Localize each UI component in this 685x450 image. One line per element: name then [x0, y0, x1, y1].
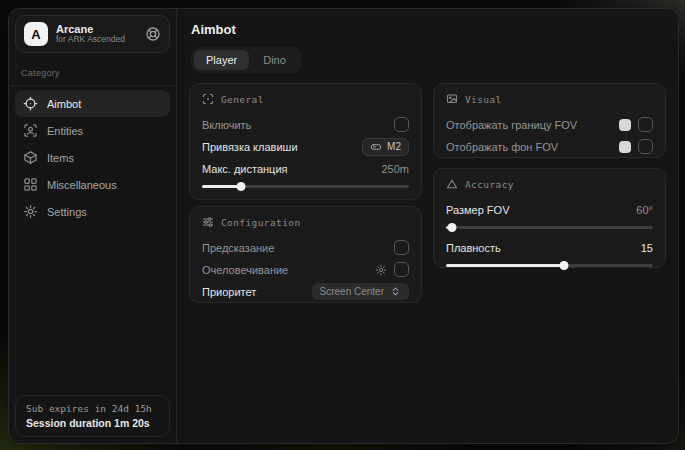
sidebar-item-label: Settings — [47, 206, 87, 218]
smoothness-slider[interactable] — [446, 260, 653, 270]
slider-fill — [202, 185, 241, 188]
enable-checkbox[interactable] — [394, 117, 409, 132]
fov-background-label: Отображать фон FOV — [446, 141, 558, 153]
fov-border-controls — [619, 117, 653, 132]
panel-title: Configuration — [221, 217, 301, 228]
keybind-row: Привязка клавиши M2 — [202, 136, 409, 157]
gear-icon — [23, 204, 38, 219]
mouse-icon — [370, 141, 382, 153]
panel-accuracy-header: Accuracy — [446, 178, 653, 190]
max-distance-slider[interactable] — [202, 181, 409, 191]
sidebar: A Arcane for ARK Ascended Category Aimbo… — [9, 9, 177, 443]
panel-visual: Visual Отображать границу FOV Отображать… — [433, 83, 666, 158]
sidebar-item-items[interactable]: Items — [15, 144, 170, 171]
tab-bar: Player Dino — [191, 47, 301, 73]
panel-title: General — [221, 94, 264, 105]
fov-border-row: Отображать границу FOV — [446, 114, 653, 135]
sub-expires-text: Sub expires in 24d 15h — [26, 403, 159, 414]
brand-card: A Arcane for ARK Ascended — [15, 15, 170, 53]
app-window: A Arcane for ARK Ascended Category Aimbo… — [8, 8, 679, 444]
subscription-card: Sub expires in 24d 15h Session duration … — [15, 395, 170, 437]
slider-handle[interactable] — [559, 261, 568, 270]
fov-size-slider[interactable] — [446, 222, 653, 232]
fov-background-controls — [619, 139, 653, 154]
enable-row: Включить — [202, 114, 409, 135]
triangle-icon — [446, 178, 458, 190]
box-icon — [23, 150, 38, 165]
max-distance-label: Макс. дистанция — [202, 163, 288, 175]
tab-player[interactable]: Player — [194, 50, 249, 70]
humanization-label: Очеловечивание — [202, 264, 288, 276]
image-icon — [446, 93, 458, 105]
humanization-controls — [375, 262, 409, 277]
priority-label: Приоритет — [202, 286, 256, 298]
priority-selected-value: Screen Center — [320, 286, 384, 297]
panel-configuration-header: Configuration — [202, 216, 409, 228]
prediction-row: Предсказание — [202, 237, 409, 258]
panel-title: Visual — [465, 94, 502, 105]
brand-subtitle: for ARK Ascended — [56, 35, 125, 45]
sliders-icon — [202, 216, 214, 228]
slider-fill — [446, 264, 564, 267]
humanization-row: Очеловечивание — [202, 259, 409, 280]
sidebar-item-label: Entities — [47, 125, 83, 137]
panel-visual-header: Visual — [446, 93, 653, 105]
tab-dino[interactable]: Dino — [251, 50, 298, 70]
sidebar-item-label: Miscellaneous — [47, 179, 117, 191]
slider-handle[interactable] — [237, 182, 246, 191]
crosshair-icon — [23, 96, 38, 111]
max-distance-row: Макс. дистанция 250m — [202, 158, 409, 179]
slider-handle[interactable] — [448, 223, 457, 232]
brand-text: Arcane for ARK Ascended — [56, 23, 125, 45]
app-logo: A — [24, 22, 48, 46]
sidebar-item-entities[interactable]: Entities — [15, 117, 170, 144]
panel-configuration: Configuration Предсказание Очеловечивани… — [189, 206, 422, 303]
panel-general-header: General — [202, 93, 409, 105]
humanization-checkbox[interactable] — [394, 262, 409, 277]
fov-size-label: Размер FOV — [446, 204, 509, 216]
sidebar-item-miscellaneous[interactable]: Miscellaneous — [15, 171, 170, 198]
category-label: Category — [9, 59, 176, 86]
panel-title: Accuracy — [465, 179, 514, 190]
chevrons-up-down-icon — [390, 286, 401, 297]
page-title: Aimbot — [191, 22, 236, 37]
fov-background-checkbox[interactable] — [638, 139, 653, 154]
smoothness-value: 15 — [641, 242, 653, 254]
fov-size-row: Размер FOV 60° — [446, 199, 653, 220]
sidebar-item-label: Aimbot — [47, 98, 81, 110]
keybind-button[interactable]: M2 — [362, 138, 409, 156]
humanization-settings-gear-icon[interactable] — [375, 264, 387, 276]
priority-select[interactable]: Screen Center — [312, 283, 409, 300]
smoothness-row: Плавность 15 — [446, 237, 653, 258]
session-duration-text: Session duration 1m 20s — [26, 417, 159, 429]
main-content: Aimbot Player Dino General Включить Прив… — [176, 9, 678, 443]
fov-background-row: Отображать фон FOV — [446, 136, 653, 157]
panel-general: General Включить Привязка клавиши M2 Мак… — [189, 83, 422, 200]
prediction-checkbox[interactable] — [394, 240, 409, 255]
priority-row: Приоритет Screen Center — [202, 281, 409, 302]
fov-size-value: 60° — [636, 204, 653, 216]
fov-border-color-swatch[interactable] — [619, 119, 631, 131]
enable-label: Включить — [202, 119, 251, 131]
fov-border-label: Отображать границу FOV — [446, 119, 577, 131]
keybind-label: Привязка клавиши — [202, 141, 298, 153]
entities-scan-icon — [23, 123, 38, 138]
sidebar-item-settings[interactable]: Settings — [15, 198, 170, 225]
prediction-label: Предсказание — [202, 242, 274, 254]
max-distance-value: 250m — [381, 163, 409, 175]
slider-track[interactable] — [446, 226, 653, 229]
focus-icon — [202, 93, 214, 105]
sidebar-item-aimbot[interactable]: Aimbot — [15, 90, 170, 117]
sidebar-nav: Aimbot Entities Items Miscellaneous — [9, 86, 176, 229]
sidebar-item-label: Items — [47, 152, 74, 164]
smoothness-label: Плавность — [446, 242, 501, 254]
fov-background-color-swatch[interactable] — [619, 141, 631, 153]
fov-border-checkbox[interactable] — [638, 117, 653, 132]
keybind-value: M2 — [387, 141, 401, 152]
panel-accuracy: Accuracy Размер FOV 60° Плавность 15 — [433, 168, 666, 268]
grid-icon — [23, 177, 38, 192]
lifebuoy-icon[interactable] — [145, 26, 161, 42]
